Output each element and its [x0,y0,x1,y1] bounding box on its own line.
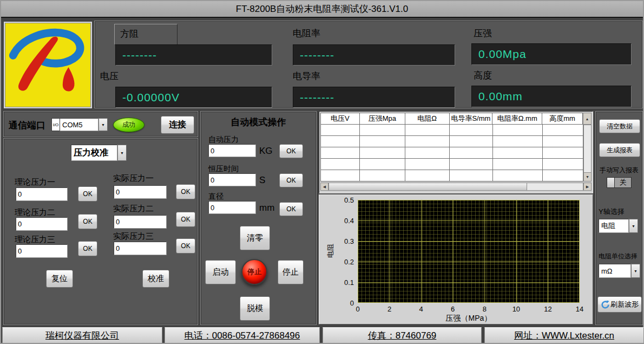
auto-pressure-ok-button[interactable]: OK [279,144,303,158]
generate-report-button[interactable]: 生成报表 [599,143,640,157]
clear-data-button[interactable]: 清空数据 [599,119,640,133]
table-cell[interactable] [360,159,405,170]
hold-time-ok-button[interactable]: OK [279,173,303,187]
conductivity-value: -------- [293,87,455,108]
table-scroll-right-icon[interactable]: ▶ [583,183,592,191]
manual-report-toggle[interactable]: 关 [607,177,632,188]
unit-value[interactable]: mΩ [599,264,631,278]
calibrate-button[interactable]: 校准 [142,270,169,288]
reset-button[interactable]: 复位 [46,270,73,288]
table-cell[interactable] [405,147,450,159]
table-row[interactable] [320,125,583,136]
table-cell[interactable] [543,136,583,147]
table-cell[interactable] [493,125,543,136]
refresh-wave-button[interactable]: 刷新波形 [597,296,642,313]
hold-time-input[interactable] [208,173,256,186]
table-cell[interactable] [320,147,360,159]
diameter-ok-button[interactable]: OK [279,202,303,216]
auto-pressure-input[interactable] [208,144,256,157]
table-vscrollbar[interactable]: ▼ [583,125,592,181]
theory-pressure2-input[interactable] [16,217,68,231]
table-cell[interactable] [450,125,493,136]
table-scroll-left-icon[interactable]: ◀ [320,183,328,191]
table-cell[interactable] [405,170,450,181]
status-led-label: 成功 [122,120,135,129]
table-cell[interactable] [493,170,543,181]
table-cell[interactable] [405,136,450,147]
actual-pressure2-ok-button[interactable]: OK [176,212,195,227]
actual-pressure2-input[interactable] [114,215,167,229]
emergency-stop-button[interactable]: 停止 [241,259,267,285]
actual-pressure1-ok-button[interactable]: OK [176,184,195,199]
com-port-value[interactable]: COM5 [60,118,98,131]
com-port-selector[interactable]: I/O COM5 ▼ [51,118,108,131]
table-row[interactable] [320,147,583,159]
demold-button[interactable]: 脱模 [240,296,270,321]
pressure-label: 压强 [474,27,492,40]
table-cell[interactable] [543,125,583,136]
start-button[interactable]: 启动 [205,260,236,284]
table-row[interactable] [320,170,583,181]
table-cell[interactable] [450,170,493,181]
table-cell[interactable] [493,147,543,159]
table-cell[interactable] [493,136,543,147]
y-axis-value[interactable]: 电阻 [599,219,629,233]
connect-button[interactable]: 连接 [161,116,194,134]
unit-select-label: 电阻单位选择 [599,252,638,261]
unit-dropdown-arrow-icon[interactable]: ▼ [631,264,640,278]
table-hscroll-thumb[interactable] [329,183,527,190]
stop-button[interactable]: 停止 [278,260,304,284]
table-cell[interactable] [543,147,583,159]
theory-pressure1-input[interactable] [16,187,68,201]
actual-pressure1-input[interactable] [114,185,167,199]
comm-panel: 通信端口 I/O COM5 ▼ 成功 连接 [3,111,198,137]
theory-pressure2-ok-button[interactable]: OK [78,214,97,229]
table-cell[interactable] [320,170,360,181]
theory-pressure3-input[interactable] [16,244,68,258]
chart-y-ticks: 0.5 0.4 0.3 0.2 0.1 0 [338,200,355,303]
table-cell[interactable] [405,159,450,170]
table-cell[interactable] [543,170,583,181]
actual-pressure3-input[interactable] [114,242,167,255]
table-cell[interactable] [450,159,493,170]
table-hscroll-track[interactable] [328,183,583,191]
table-row[interactable] [320,136,583,147]
table-cell[interactable] [493,159,543,170]
table-cell[interactable] [360,147,405,159]
calibration-mode-selector[interactable]: 压力校准 ▼ [71,145,127,161]
table-cell[interactable] [360,136,405,147]
table-cell[interactable] [450,136,493,147]
y-axis-selector[interactable]: 电阻 ▼ [599,219,638,233]
sheet-resistance-value: -------- [115,44,272,66]
table-scroll-up-icon[interactable]: ▲ [583,113,592,125]
clear-zero-button[interactable]: 清零 [240,226,270,250]
table-cell[interactable] [320,136,360,147]
manual-report-state[interactable]: 关 [615,178,631,187]
calibration-mode-value[interactable]: 压力校准 [71,145,117,161]
theory-pressure3-ok-button[interactable]: OK [78,241,97,256]
com-port-dropdown-arrow-icon[interactable]: ▼ [98,118,108,131]
theory-pressure1-ok-button[interactable]: OK [78,186,97,202]
table-hscrollbar[interactable]: ◀ ▶ [320,183,592,191]
table-cell[interactable] [320,125,360,136]
table-scroll-down-icon[interactable]: ▼ [584,172,591,181]
comm-port-label: 通信端口 [9,119,45,132]
toggle-knob[interactable] [607,178,615,187]
table-cell[interactable] [360,170,405,181]
theory-pressure3-label: 理论压力三 [15,235,55,245]
footer-fax: 传真：87460769 [323,327,482,343]
y-axis-dropdown-arrow-icon[interactable]: ▼ [629,219,638,233]
table-row[interactable] [320,159,583,170]
voltage-label: 电压 [100,70,119,82]
table-cell[interactable] [543,159,583,170]
auto-mode-panel: 自动模式操作 自动压力 KG OK 恒压时间 S OK 直径 mm OK 清零 … [200,111,317,325]
actual-pressure3-ok-button[interactable]: OK [176,238,195,254]
calibration-mode-dropdown-arrow-icon[interactable]: ▼ [117,145,127,161]
table-cell[interactable] [450,147,493,159]
diameter-input[interactable] [208,201,256,214]
table-cell[interactable] [320,159,360,170]
table-cell[interactable] [360,125,405,136]
unit-selector[interactable]: mΩ ▼ [599,264,640,278]
table-cell[interactable] [405,125,450,136]
sheet-resistance-tab: 方阻 [114,24,178,45]
